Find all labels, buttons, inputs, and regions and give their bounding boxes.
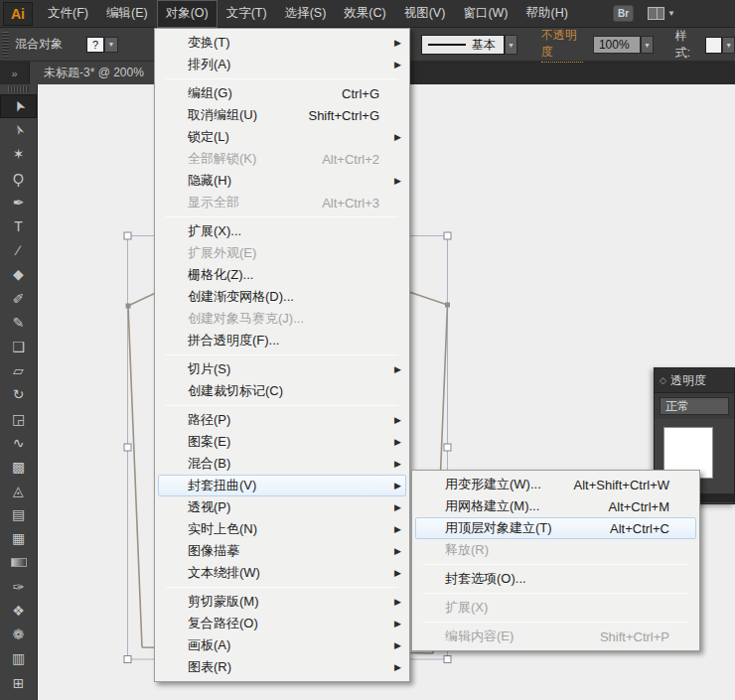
object-menu-item[interactable]: 封套扭曲(V)▶ bbox=[158, 475, 406, 496]
object-menu-item[interactable]: 剪切蒙版(M)▶ bbox=[158, 591, 406, 613]
transparency-panel-header[interactable]: ◇ 透明度 bbox=[655, 368, 734, 393]
menu-item-label: 画板(A) bbox=[188, 636, 391, 654]
scale-tool-icon: ◲ bbox=[12, 411, 25, 427]
menubar-item[interactable]: 帮助(H) bbox=[517, 0, 577, 28]
magic-wand-tool[interactable]: ✶ bbox=[0, 142, 37, 166]
menubar-item[interactable]: 对象(O) bbox=[157, 0, 218, 28]
object-menu-item[interactable]: 取消编组(U)Shift+Ctrl+G bbox=[158, 104, 406, 126]
variable-width-swatch[interactable]: ? bbox=[86, 37, 104, 53]
object-menu-item[interactable]: 拼合透明度(F)... bbox=[158, 330, 406, 351]
free-transform-tool[interactable]: ▩ bbox=[0, 455, 37, 479]
menubar-item[interactable]: 文件(F) bbox=[39, 0, 97, 28]
gradient-icon bbox=[11, 558, 27, 567]
tools-gripper[interactable] bbox=[8, 86, 29, 92]
free-transform-tool-icon: ▩ bbox=[12, 459, 25, 475]
paintbrush-tool[interactable]: ✐ bbox=[0, 287, 37, 311]
object-menu-item[interactable]: 编组(G)Ctrl+G bbox=[158, 82, 406, 104]
menubar-item[interactable]: 编辑(E) bbox=[97, 0, 157, 28]
bridge-button[interactable]: Br bbox=[613, 5, 634, 22]
object-menu-item[interactable]: 画板(A)▶ bbox=[158, 634, 406, 656]
envelope-submenu-item[interactable]: 用顶层对象建立(T)Alt+Ctrl+C bbox=[415, 517, 696, 539]
object-menu-item[interactable]: 图表(R)▶ bbox=[158, 656, 406, 678]
object-menu-item[interactable]: 扩展(X)... bbox=[158, 220, 406, 242]
submenu-arrow-icon: ▶ bbox=[391, 364, 401, 374]
opacity-dropdown-button[interactable]: ▼ bbox=[641, 36, 654, 54]
opacity-input[interactable]: 100% bbox=[593, 36, 641, 54]
paintbrush-tool-icon: ✐ bbox=[13, 291, 25, 307]
object-menu-item[interactable]: 栅格化(Z)... bbox=[158, 264, 406, 286]
rotate-tool[interactable]: ↻ bbox=[0, 382, 37, 406]
width-tool[interactable]: ∿ bbox=[0, 431, 37, 455]
tools-panel: ➤➢✶Ϙ✒T∕◆✐✎❑▱↻◲∿▩◬▤▦✑❖❁▥⊞ bbox=[0, 84, 38, 700]
blend-tool[interactable]: ❖ bbox=[0, 599, 37, 623]
panel-gripper[interactable] bbox=[2, 32, 9, 58]
brush-dropdown-button[interactable]: ▼ bbox=[505, 35, 517, 55]
object-menu-item[interactable]: 变换(T)▶ bbox=[158, 32, 406, 54]
mesh-tool[interactable]: ▦ bbox=[0, 526, 37, 550]
menubar-item[interactable]: 选择(S) bbox=[276, 0, 336, 28]
pencil-tool[interactable]: ✎ bbox=[0, 311, 37, 335]
type-tool[interactable]: T bbox=[0, 214, 37, 238]
polygon-tool[interactable]: ◆ bbox=[0, 262, 37, 286]
blob-brush-tool[interactable]: ❑ bbox=[0, 335, 37, 358]
object-menu-item[interactable]: 图案(E)▶ bbox=[158, 431, 406, 453]
panel-collapse-icon[interactable]: ◇ bbox=[660, 375, 666, 385]
menubar-item[interactable]: 文字(T) bbox=[218, 0, 276, 28]
menubar-item[interactable]: 效果(C) bbox=[335, 0, 394, 28]
submenu-arrow-icon: ▶ bbox=[391, 619, 401, 629]
submenu-arrow-icon: ▶ bbox=[391, 597, 401, 607]
envelope-submenu-item[interactable]: 用变形建立(W)...Alt+Shift+Ctrl+W bbox=[415, 474, 696, 495]
selection-tool[interactable]: ➤ bbox=[0, 94, 37, 118]
lasso-tool-icon: Ϙ bbox=[13, 171, 24, 187]
menu-item-label: 透视(P) bbox=[188, 498, 391, 516]
envelope-submenu-item[interactable]: 封套选项(O)... bbox=[415, 568, 696, 590]
object-menu-item[interactable]: 复合路径(O)▶ bbox=[158, 613, 406, 634]
object-menu-item[interactable]: 路径(P)▶ bbox=[158, 409, 406, 431]
object-menu-item[interactable]: 图像描摹▶ bbox=[158, 540, 406, 562]
scale-tool[interactable]: ◲ bbox=[0, 406, 37, 430]
submenu-arrow-icon: ▶ bbox=[391, 176, 401, 186]
menubar-item[interactable]: 视图(V) bbox=[395, 0, 455, 28]
object-menu-item[interactable]: 文本绕排(W)▶ bbox=[158, 562, 406, 584]
blend-mode-select[interactable]: 正常 bbox=[660, 397, 729, 415]
object-menu-item[interactable]: 混合(B)▶ bbox=[158, 453, 406, 475]
document-tab[interactable]: 未标题-3* @ 200% bbox=[30, 62, 159, 84]
object-menu-item[interactable]: 切片(S)▶ bbox=[158, 358, 406, 380]
menubar-item[interactable]: 窗口(W) bbox=[454, 0, 516, 28]
lasso-tool[interactable]: Ϙ bbox=[0, 167, 37, 191]
gradient-tool[interactable] bbox=[0, 551, 37, 575]
object-menu-item[interactable]: 排列(A)▶ bbox=[158, 54, 406, 75]
envelope-submenu-item[interactable]: 用网格建立(M)...Alt+Ctrl+M bbox=[415, 495, 696, 517]
eyedropper-tool[interactable]: ✑ bbox=[0, 575, 37, 599]
style-dropdown-button[interactable]: ▼ bbox=[722, 37, 735, 54]
object-menu-item: 扩展外观(E) bbox=[158, 242, 406, 264]
object-menu-item[interactable]: 实时上色(N)▶ bbox=[158, 518, 406, 540]
line-segment-tool[interactable]: ∕ bbox=[0, 238, 37, 262]
submenu-arrow-icon: ▶ bbox=[391, 662, 401, 672]
shape-builder-tool[interactable]: ◬ bbox=[0, 479, 37, 502]
style-swatch[interactable] bbox=[705, 37, 723, 54]
pen-tool[interactable]: ✒ bbox=[0, 191, 37, 214]
object-menu-item[interactable]: 创建渐变网格(D)... bbox=[158, 286, 406, 308]
object-menu-item[interactable]: 锁定(L)▶ bbox=[158, 126, 406, 148]
eraser-tool[interactable]: ▱ bbox=[0, 358, 37, 382]
workspace-switcher-button[interactable]: ▼ bbox=[648, 7, 675, 20]
direct-selection-tool[interactable]: ➢ bbox=[0, 118, 37, 142]
tools-collapse-button[interactable]: » bbox=[0, 62, 30, 84]
symbol-sprayer-tool[interactable]: ❁ bbox=[0, 623, 37, 646]
column-graph-tool[interactable]: ▥ bbox=[0, 646, 37, 670]
symbol-sprayer-tool-icon: ❁ bbox=[13, 627, 25, 642]
object-menu-item[interactable]: 透视(P)▶ bbox=[158, 496, 406, 518]
menu-item-label: 用顶层对象建立(T) bbox=[445, 519, 610, 537]
brush-definition-select[interactable]: 基本 bbox=[421, 35, 505, 55]
perspective-grid-tool[interactable]: ▤ bbox=[0, 502, 37, 526]
pen-tool-icon: ✒ bbox=[13, 195, 25, 210]
artboard-tool-icon: ⊞ bbox=[13, 675, 25, 691]
swatch-dropdown-button[interactable]: ▼ bbox=[104, 37, 118, 53]
submenu-arrow-icon: ▶ bbox=[391, 132, 401, 142]
object-menu-item[interactable]: 隐藏(H)▶ bbox=[158, 170, 406, 192]
object-menu-item[interactable]: 创建裁切标记(C) bbox=[158, 380, 406, 402]
opacity-link[interactable]: 不透明度 bbox=[541, 27, 583, 63]
menu-item-label: 拼合透明度(F)... bbox=[188, 332, 391, 350]
artboard-tool[interactable]: ⊞ bbox=[0, 671, 37, 695]
